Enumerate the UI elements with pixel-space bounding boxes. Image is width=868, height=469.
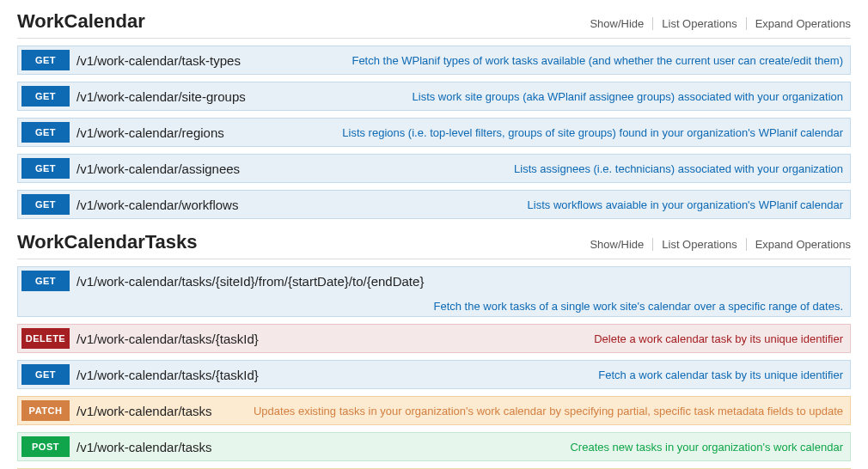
endpoint-path[interactable]: /v1/work-calendar/regions xyxy=(76,125,224,140)
show-hide-link[interactable]: Show/Hide xyxy=(581,238,653,251)
operations-list: GET/v1/work-calendar/tasks/{siteId}/from… xyxy=(17,266,851,469)
operation-row[interactable]: GET/v1/work-calendar/site-groupsLists wo… xyxy=(17,82,851,111)
endpoint-path[interactable]: /v1/work-calendar/tasks/{taskId} xyxy=(76,368,259,382)
operation-row[interactable]: GET/v1/work-calendar/tasks/{siteId}/from… xyxy=(17,266,851,317)
expand-operations-link[interactable]: Expand Operations xyxy=(747,238,851,251)
endpoint-path[interactable]: /v1/work-calendar/tasks xyxy=(76,404,212,418)
operation-description[interactable]: Creates new tasks in your organization's… xyxy=(570,441,843,454)
http-method-badge[interactable]: GET xyxy=(21,86,70,107)
operation-row[interactable]: GET/v1/work-calendar/regionsLists region… xyxy=(17,118,851,147)
show-hide-link[interactable]: Show/Hide xyxy=(581,17,653,30)
endpoint-path[interactable]: /v1/work-calendar/task-types xyxy=(76,53,241,68)
http-method-badge[interactable]: GET xyxy=(21,158,70,179)
section-actions: Show/HideList OperationsExpand Operation… xyxy=(581,238,851,251)
operation-row[interactable]: PATCH/v1/work-calendar/tasksUpdates exis… xyxy=(17,396,851,425)
endpoint-path[interactable]: /v1/work-calendar/tasks/{taskId} xyxy=(76,332,259,346)
section-header: WorkCalendarShow/HideList OperationsExpa… xyxy=(17,7,851,39)
section-header: WorkCalendarTasksShow/HideList Operation… xyxy=(17,228,851,259)
endpoint-path[interactable]: /v1/work-calendar/assignees xyxy=(76,161,240,176)
operation-row[interactable]: POST/v1/work-calendar/tasksCreates new t… xyxy=(17,432,851,461)
operation-description[interactable]: Fetch the work tasks of a single work si… xyxy=(21,298,843,313)
operation-description[interactable]: Updates existing tasks in your organizat… xyxy=(254,405,843,417)
operation-description[interactable]: Lists regions (i.e. top-level filters, g… xyxy=(342,126,843,139)
operation-row[interactable]: DELETE/v1/work-calendar/tasks/{taskId}De… xyxy=(17,324,851,353)
operation-description[interactable]: Delete a work calendar task by its uniqu… xyxy=(594,332,843,345)
operation-row[interactable]: GET/v1/work-calendar/assigneesLists assi… xyxy=(17,154,851,183)
section-actions: Show/HideList OperationsExpand Operation… xyxy=(581,17,851,30)
operation-row[interactable]: GET/v1/work-calendar/workflowsLists work… xyxy=(17,190,851,219)
section-title[interactable]: WorkCalendar xyxy=(17,10,145,33)
operation-description[interactable]: Lists workflows avaiable in your organiz… xyxy=(528,198,843,211)
http-method-badge[interactable]: GET xyxy=(21,271,70,291)
http-method-badge[interactable]: POST xyxy=(21,436,70,457)
expand-operations-link[interactable]: Expand Operations xyxy=(747,17,851,30)
operation-description[interactable]: Lists work site groups (aka WPlanif assi… xyxy=(413,90,843,103)
section-title[interactable]: WorkCalendarTasks xyxy=(17,231,198,253)
operation-description[interactable]: Fetch the WPlanif types of work tasks av… xyxy=(351,54,843,67)
api-section: WorkCalendarShow/HideList OperationsExpa… xyxy=(17,7,851,219)
operation-description[interactable]: Lists assignees (i.e. technicians) assoc… xyxy=(514,162,843,175)
http-method-badge[interactable]: GET xyxy=(21,122,70,143)
list-operations-link[interactable]: List Operations xyxy=(653,238,746,251)
endpoint-path[interactable]: /v1/work-calendar/site-groups xyxy=(76,89,246,104)
endpoint-path[interactable]: /v1/work-calendar/tasks/{siteId}/from/{s… xyxy=(76,274,424,289)
operation-row[interactable]: GET/v1/work-calendar/tasks/{taskId}Fetch… xyxy=(17,360,851,389)
endpoint-path[interactable]: /v1/work-calendar/tasks xyxy=(76,440,212,454)
operation-description[interactable]: Fetch a work calendar task by its unique… xyxy=(598,368,843,381)
http-method-badge[interactable]: GET xyxy=(21,194,70,215)
list-operations-link[interactable]: List Operations xyxy=(653,17,746,30)
endpoint-path[interactable]: /v1/work-calendar/workflows xyxy=(76,198,238,212)
http-method-badge[interactable]: GET xyxy=(21,50,70,70)
http-method-badge[interactable]: DELETE xyxy=(21,328,70,349)
operation-row[interactable]: GET/v1/work-calendar/task-typesFetch the… xyxy=(17,46,851,75)
api-section: WorkCalendarTasksShow/HideList Operation… xyxy=(17,228,851,469)
http-method-badge[interactable]: GET xyxy=(21,364,70,385)
http-method-badge[interactable]: PATCH xyxy=(21,400,70,421)
operations-list: GET/v1/work-calendar/task-typesFetch the… xyxy=(17,46,851,219)
